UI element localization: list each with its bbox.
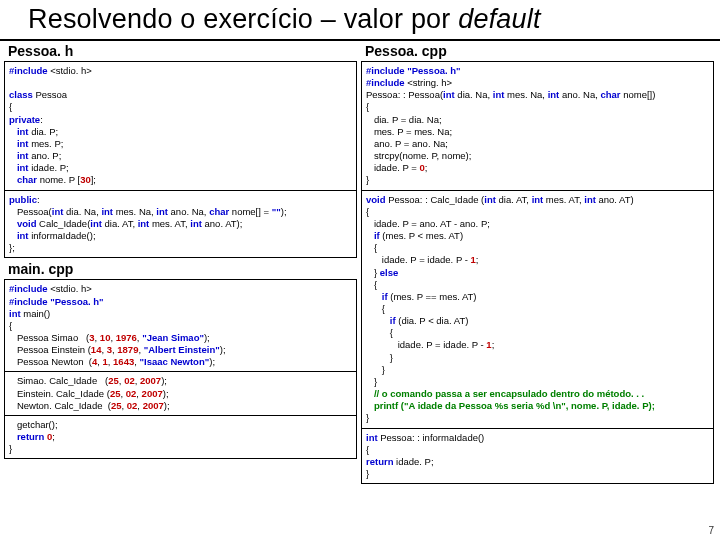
title-text: Resolvendo o exercício – valor por xyxy=(28,4,458,34)
pessoa-h-part2: public: Pessoa(int dia. Na, int mes. Na,… xyxy=(5,191,356,258)
right-column: Pessoa. cpp #include "Pessoa. h" #includ… xyxy=(361,43,714,487)
code: getchar(); return 0; } xyxy=(9,419,352,455)
pessoa-cpp-part2: void Pessoa: : Calc_Idade (int dia. AT, … xyxy=(362,191,713,429)
pessoa-h-label: Pessoa. h xyxy=(4,43,357,61)
page-number: 7 xyxy=(708,525,714,536)
pessoa-cpp-part1: #include "Pessoa. h" #include <string. h… xyxy=(362,62,713,191)
main-cpp-part1: #include <stdio. h> #include "Pessoa. h"… xyxy=(5,280,356,372)
main-cpp-part3: getchar(); return 0; } xyxy=(5,416,356,458)
code: void Pessoa: : Calc_Idade (int dia. AT, … xyxy=(366,194,709,425)
slide-title: Resolvendo o exercício – valor por defau… xyxy=(0,0,720,41)
main-cpp-label: main. cpp xyxy=(4,261,357,279)
pessoa-h-part1: #include <stdio. h> class Pessoa { priva… xyxy=(5,62,356,191)
pessoa-cpp-label: Pessoa. cpp xyxy=(361,43,714,61)
pessoa-cpp-part3: int Pessoa: : informaIdade() { return id… xyxy=(362,429,713,484)
code: #include <stdio. h> class Pessoa { priva… xyxy=(9,65,352,187)
pessoa-h-box: #include <stdio. h> class Pessoa { priva… xyxy=(4,61,357,258)
pessoa-cpp-box: #include "Pessoa. h" #include <string. h… xyxy=(361,61,714,484)
title-ital: default xyxy=(458,4,540,34)
code: #include "Pessoa. h" #include <string. h… xyxy=(366,65,709,187)
main-cpp-part2: Simao. Calc_Idade (25, 02, 2007); Einste… xyxy=(5,372,356,415)
code: public: Pessoa(int dia. Na, int mes. Na,… xyxy=(9,194,352,255)
code: int Pessoa: : informaIdade() { return id… xyxy=(366,432,709,481)
code: Simao. Calc_Idade (25, 02, 2007); Einste… xyxy=(9,375,352,411)
main-cpp-box: #include <stdio. h> #include "Pessoa. h"… xyxy=(4,279,357,459)
content-columns: Pessoa. h #include <stdio. h> class Pess… xyxy=(0,41,720,487)
left-column: Pessoa. h #include <stdio. h> class Pess… xyxy=(4,43,357,487)
code: #include <stdio. h> #include "Pessoa. h"… xyxy=(9,283,352,368)
